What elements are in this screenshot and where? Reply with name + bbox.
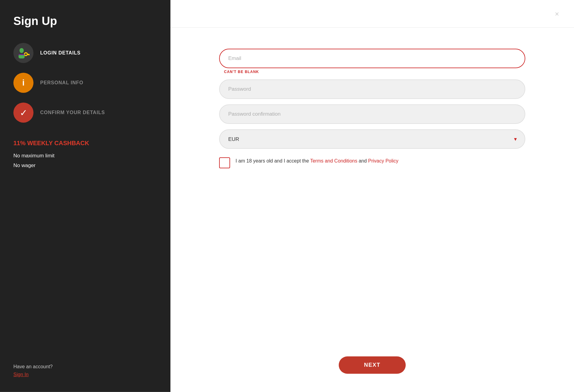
terms-text-before: I am 18 years old and I accept the	[236, 158, 310, 163]
email-error: CAN'T BE BLANK	[224, 70, 525, 74]
step-login: LOGIN DETAILS	[13, 43, 157, 63]
svg-rect-7	[19, 54, 25, 55]
step-login-label: LOGIN DETAILS	[40, 50, 81, 56]
step-personal-icon: i	[13, 73, 33, 93]
steps-list: LOGIN DETAILS i PERSONAL INFO ✓ CONFIRM …	[13, 43, 157, 123]
close-button[interactable]: ×	[552, 9, 562, 19]
step-personal: i PERSONAL INFO	[13, 73, 157, 93]
cashback-section: 11% WEEKLY CASHBACK No maximum limit No …	[13, 140, 157, 171]
step-login-icon	[13, 43, 33, 63]
currency-select[interactable]: EUR USD GBP CAD AUD	[219, 129, 525, 149]
top-divider	[170, 27, 574, 28]
step-confirm-icon: ✓	[13, 103, 33, 123]
terms-text-middle: and	[357, 158, 368, 163]
signup-title: Sign Up	[13, 15, 157, 28]
svg-point-0	[19, 48, 24, 53]
email-wrapper: CAN'T BE BLANK	[219, 49, 525, 74]
next-button[interactable]: NEXT	[339, 356, 406, 374]
have-account-text: Have an account?	[13, 364, 53, 369]
password-confirm-input[interactable]	[219, 104, 525, 124]
email-input[interactable]	[219, 49, 525, 68]
password-confirm-wrapper	[219, 104, 525, 124]
right-panel: × CAN'T BE BLANK EUR USD GBP CAD AUD ▾	[170, 0, 574, 392]
confirm-check-glyph: ✓	[20, 107, 27, 118]
sign-in-link[interactable]: Sign In	[13, 372, 53, 377]
password-input[interactable]	[219, 79, 525, 99]
cashback-title: 11% WEEKLY CASHBACK	[13, 140, 157, 147]
cashback-detail1: No maximum limit	[13, 151, 157, 161]
terms-row: I am 18 years old and I accept the Terms…	[219, 157, 525, 168]
svg-point-3	[25, 53, 27, 55]
privacy-policy-link[interactable]: Privacy Policy	[368, 158, 399, 163]
svg-rect-5	[29, 54, 30, 55]
terms-checkbox[interactable]	[219, 157, 230, 168]
left-panel: Sign Up LOGIN DETAILS	[0, 0, 170, 392]
svg-rect-6	[28, 54, 29, 55]
bottom-section: Have an account? Sign In	[13, 364, 53, 377]
password-wrapper	[219, 79, 525, 99]
terms-text: I am 18 years old and I accept the Terms…	[236, 157, 398, 165]
personal-icon-glyph: i	[22, 78, 25, 88]
step-personal-label: PERSONAL INFO	[40, 80, 83, 86]
currency-wrapper: EUR USD GBP CAD AUD ▾	[219, 129, 525, 149]
signup-form: CAN'T BE BLANK EUR USD GBP CAD AUD ▾ I a	[219, 49, 525, 168]
step-confirm: ✓ CONFIRM YOUR DETAILS	[13, 103, 157, 123]
cashback-detail2: No wager	[13, 161, 157, 170]
next-btn-area: NEXT	[219, 356, 525, 392]
terms-conditions-link[interactable]: Terms and Conditions	[310, 158, 357, 163]
step-confirm-label: CONFIRM YOUR DETAILS	[40, 110, 105, 115]
